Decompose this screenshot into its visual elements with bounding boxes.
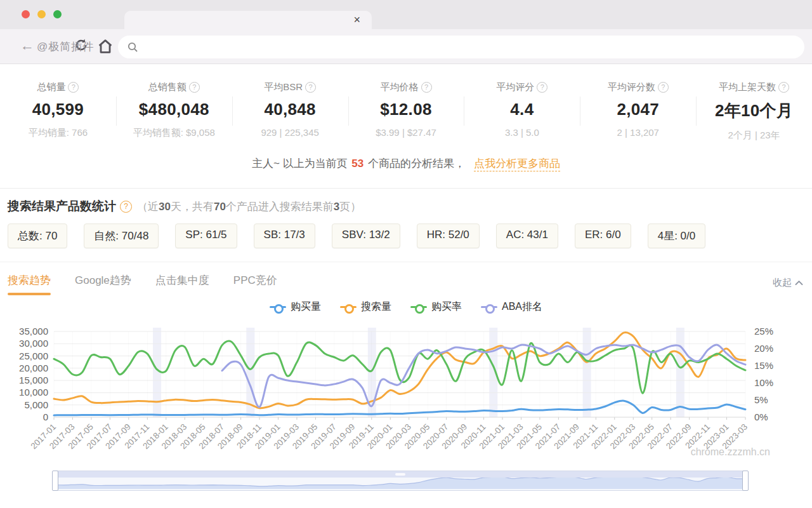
stat-sub: 平均销量: 766 xyxy=(0,127,116,139)
stat-label: 总销售额? xyxy=(148,81,200,93)
trend-tabs: 搜索趋势Google趋势点击集中度PPC竞价 xyxy=(8,273,277,296)
stat-label-text: 总销量 xyxy=(37,81,65,93)
analyze-more-link[interactable]: 点我分析更多商品 xyxy=(474,157,560,171)
summary-text: 个商品的分析结果， xyxy=(365,157,465,170)
y-axis-right-tick: 5% xyxy=(754,394,768,405)
collapse-button[interactable]: 收起 xyxy=(773,277,803,289)
stat-badge[interactable]: ER: 6/0 xyxy=(575,224,631,248)
stat-label: 平均价格? xyxy=(381,81,432,93)
maximize-window-button[interactable] xyxy=(53,10,62,18)
stat-sub: 2个月 | 23年 xyxy=(696,130,812,142)
help-icon[interactable]: ? xyxy=(658,82,669,93)
stats-row: 总销量?40,599平均销量: 766总销售额?$480,048平均销售额: $… xyxy=(0,74,812,142)
stat-sub: 平均销售额: $9,058 xyxy=(116,127,232,139)
product-count: 53 xyxy=(350,157,365,170)
stat-badge[interactable]: SB: 17/3 xyxy=(254,224,315,248)
chevron-up-icon xyxy=(795,280,803,286)
stat-label: 总销量? xyxy=(37,81,79,93)
tab-1[interactable]: 搜索趋势 xyxy=(8,273,51,295)
datazoom-slider[interactable] xyxy=(54,471,747,491)
datazoom-selected-range[interactable] xyxy=(55,471,746,478)
stat-label: 平均评分数? xyxy=(608,81,669,93)
help-icon[interactable]: ? xyxy=(68,82,79,93)
stat-label-text: 平均评分 xyxy=(496,81,534,93)
y-axis-right-tick: 25% xyxy=(754,326,773,337)
browser-toolbar: ← @极简插件 xyxy=(0,29,812,64)
legend-item[interactable]: 购买量 xyxy=(270,300,321,314)
stat-card: 平均评分数?2,0472 | 13,207 xyxy=(580,74,696,142)
stat-value: $12.08 xyxy=(348,100,464,119)
legend-marker-icon xyxy=(410,304,427,311)
stat-sub: $3.99 | $27.47 xyxy=(348,127,464,138)
legend-item[interactable]: ABA排名 xyxy=(481,300,542,314)
datazoom-left-handle[interactable] xyxy=(52,471,58,491)
y-axis-left-tick: 10,000 xyxy=(19,387,48,398)
back-icon[interactable]: ← xyxy=(20,37,34,54)
help-icon[interactable]: ? xyxy=(120,201,132,213)
stat-label: 平均BSR? xyxy=(264,81,316,93)
legend-label: ABA排名 xyxy=(502,300,542,314)
summary-line: 主人~ 以上为当前页 53 个商品的分析结果，点我分析更多商品 xyxy=(0,156,812,171)
legend-marker-icon xyxy=(340,304,357,311)
stat-badge[interactable]: HR: 52/0 xyxy=(417,224,480,248)
help-icon[interactable]: ? xyxy=(421,82,432,93)
y-axis-right-tick: 20% xyxy=(754,343,773,354)
y-axis-right-tick: 0% xyxy=(754,411,768,422)
stat-badge[interactable]: 自然: 70/48 xyxy=(84,224,159,248)
stat-badge[interactable]: 总数: 70 xyxy=(8,224,67,248)
chart-legend: 购买量搜索量购买率ABA排名 xyxy=(0,300,812,314)
stat-badge[interactable]: SBV: 13/2 xyxy=(332,224,400,248)
stat-label-text: 平均价格 xyxy=(381,81,419,93)
stat-badge[interactable]: SP: 61/5 xyxy=(175,224,237,248)
datazoom-right-handle[interactable] xyxy=(742,471,749,491)
legend-item[interactable]: 搜索量 xyxy=(340,300,391,314)
note-segment: 个产品进入搜索结果前 xyxy=(226,201,334,213)
stat-card: 总销量?40,599平均销量: 766 xyxy=(0,74,116,142)
help-icon[interactable]: ? xyxy=(189,82,200,93)
y-axis-right-tick: 10% xyxy=(754,377,773,388)
stat-card: 总销售额?$480,048平均销售额: $9,058 xyxy=(116,74,232,142)
y-axis-left-tick: 30,000 xyxy=(19,338,48,349)
page: × ← @极简插件 总销量?40,599平均销量: 766总销售额?$480,0… xyxy=(0,0,812,508)
minimize-window-button[interactable] xyxy=(37,10,46,18)
address-bar[interactable] xyxy=(118,36,804,58)
note-segment: 3 xyxy=(334,201,339,213)
section-title: 搜索结果产品数统计 xyxy=(8,198,116,215)
y-axis-left-tick: 5,000 xyxy=(24,399,48,410)
stat-value: 2,047 xyxy=(580,100,696,119)
window-controls xyxy=(22,10,62,18)
y-axis-left-tick: 0 xyxy=(43,411,48,422)
note-segment: 70 xyxy=(214,201,226,213)
note-segment: （近 xyxy=(137,201,159,213)
close-window-button[interactable] xyxy=(22,10,30,18)
tab-2[interactable]: Google趋势 xyxy=(75,273,131,295)
section-note: （近30天，共有70个产品进入搜索结果前3页） xyxy=(137,199,361,214)
legend-label: 购买率 xyxy=(431,300,462,314)
collapse-label: 收起 xyxy=(773,277,792,289)
divider xyxy=(0,188,812,189)
stat-card: 平均评分?4.43.3 | 5.0 xyxy=(464,74,580,142)
help-icon[interactable]: ? xyxy=(537,82,547,93)
stat-label-text: 总销售额 xyxy=(148,81,187,93)
stat-value: 4.4 xyxy=(464,100,580,119)
tab-4[interactable]: PPC竞价 xyxy=(233,273,277,295)
stat-badge[interactable]: 4星: 0/0 xyxy=(648,224,706,248)
stat-value: 40,599 xyxy=(0,100,116,119)
y-axis-left-tick: 15,000 xyxy=(19,375,48,385)
home-icon[interactable] xyxy=(96,37,114,58)
overlay-watermark: @极简插件 xyxy=(37,39,94,54)
legend-label: 购买量 xyxy=(291,300,321,314)
stat-card: 平均价格?$12.08$3.99 | $27.47 xyxy=(348,74,464,142)
help-icon[interactable]: ? xyxy=(305,82,316,93)
tab-close-icon[interactable]: × xyxy=(353,13,360,27)
help-icon[interactable]: ? xyxy=(778,82,789,93)
browser-tab[interactable]: × xyxy=(124,11,372,30)
divider xyxy=(0,262,812,262)
tab-3[interactable]: 点击集中度 xyxy=(155,273,209,295)
datazoom-drag-notch[interactable] xyxy=(395,473,405,476)
legend-item[interactable]: 购买率 xyxy=(410,300,462,314)
y-axis-left-tick: 35,000 xyxy=(19,326,48,337)
stat-badge[interactable]: AC: 43/1 xyxy=(496,224,558,248)
stat-card: 平均BSR?40,848929 | 225,345 xyxy=(232,74,348,142)
search-stats-header: 搜索结果产品数统计 ? （近30天，共有70个产品进入搜索结果前3页） xyxy=(8,198,361,215)
